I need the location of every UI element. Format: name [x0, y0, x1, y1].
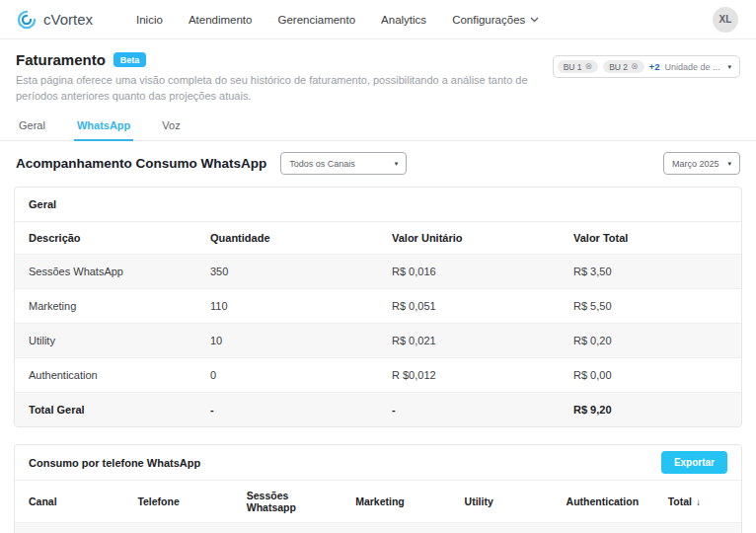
phone-table: Canal Telefone Sessões Whatsapp Marketin… [15, 481, 741, 533]
export-button[interactable]: Exportar [661, 451, 727, 474]
tab-voz[interactable]: Voz [159, 113, 183, 141]
col-header-total[interactable]: Total↓ [654, 481, 741, 523]
geral-card-title: Geral [29, 198, 56, 210]
nav-item-inicio[interactable]: Inicio [136, 14, 163, 26]
nav-item-configuracoes-label: Configurações [452, 14, 525, 26]
cell-valor-unitario: R$ 0,021 [378, 324, 560, 358]
table-header-row: Descrição Quantidade Valor Unitário Valo… [15, 222, 741, 255]
col-header-utility: Utility [451, 481, 553, 523]
cell-valor-total: R$ 3,50 [560, 255, 741, 289]
cell-quantidade: 110 [196, 289, 378, 324]
caret-down-icon: ▾ [395, 160, 399, 168]
table-header-row: Canal Telefone Sessões Whatsapp Marketin… [15, 481, 741, 523]
cell-valor-total: R$ 0,20 [560, 324, 741, 358]
table-row: WhatsApp SP 55(11)98800009 40 15 1 0 R$ … [15, 523, 741, 533]
caret-down-icon: ▾ [727, 160, 731, 168]
page-header-text: Faturamento Beta Esta página oferece uma… [16, 51, 553, 104]
user-avatar[interactable]: XL [713, 7, 738, 33]
cell-sessoes: 40 [233, 523, 341, 533]
col-header-valor-total: Valor Total [560, 222, 741, 255]
main-nav: Inicio Atendimento Gerenciamento Analyti… [136, 14, 539, 26]
chip-close-icon[interactable]: ⊗ [585, 62, 593, 71]
cell-authentication: 0 [553, 523, 654, 533]
geral-card-header: Geral [15, 188, 741, 222]
app-window: cVortex Inicio Atendimento Gerenciamento… [0, 0, 756, 533]
page-header: Faturamento Beta Esta página oferece uma… [0, 39, 756, 104]
month-select-value: Março 2025 [672, 159, 719, 169]
channel-select-value: Todos os Canais [289, 159, 355, 169]
tab-whatsapp[interactable]: WhatsApp [74, 113, 133, 141]
nav-item-atendimento[interactable]: Atendimento [189, 14, 253, 26]
phone-consumption-card: Consumo por telefone WhatsApp Exportar C… [14, 444, 742, 533]
brand-logo[interactable]: cVortex [16, 9, 93, 31]
vortex-logo-icon [16, 9, 38, 31]
bu-chip: BU 2 ⊗ [603, 60, 643, 73]
bu-chip-label: BU 1 [564, 62, 582, 72]
beta-badge: Beta [113, 52, 147, 67]
cell-valor-unitario: R $0,012 [378, 358, 560, 393]
cell-valor-total: R$ 0,00 [560, 358, 741, 393]
cell-descricao: Marketing [15, 289, 196, 324]
cell-total: R$ 0,77 [654, 523, 741, 533]
col-header-sessoes: Sessões Whatsapp [233, 481, 341, 523]
bu-more-count: +2 [649, 61, 660, 72]
cell-total-valor-total: R$ 9,20 [560, 393, 741, 427]
col-header-total-label: Total [668, 495, 692, 507]
col-header-telefone: Telefone [123, 481, 232, 523]
cell-telefone: 55(11)98800009 [123, 523, 232, 533]
col-header-canal: Canal [15, 481, 123, 523]
cell-descricao: Sessões WhatsApp [15, 255, 196, 289]
chevron-down-icon [530, 17, 539, 23]
cell-descricao: Utility [15, 324, 196, 358]
cell-quantidade: 0 [196, 358, 378, 393]
section-header: Acompanhamento Consumo WhatsApp Todos os… [0, 141, 756, 185]
phone-card-title: Consumo por telefone WhatsApp [29, 457, 200, 469]
cell-quantidade: 350 [196, 255, 378, 289]
phone-card-header: Consumo por telefone WhatsApp Exportar [15, 445, 741, 481]
cell-canal: WhatsApp SP [15, 523, 123, 533]
cell-valor-unitario: R$ 0,051 [378, 289, 560, 324]
table-row: Utility 10 R$ 0,021 R$ 0,20 [15, 324, 741, 358]
caret-down-icon: ▾ [727, 63, 731, 71]
billing-tabs: Geral WhatsApp Voz [0, 113, 756, 141]
top-navigation-bar: cVortex Inicio Atendimento Gerenciamento… [0, 0, 756, 39]
cell-valor-total: R$ 5,50 [560, 289, 741, 324]
col-header-valor-unitario: Valor Unitário [378, 222, 560, 255]
bu-placeholder: Unidade de ... [664, 62, 719, 72]
table-row: Marketing 110 R$ 0,051 R$ 5,50 [15, 289, 741, 324]
page-description: Esta página oferece uma visão completa d… [16, 73, 553, 104]
cell-total-quantidade: - [196, 393, 378, 427]
chip-close-icon[interactable]: ⊗ [631, 62, 639, 71]
section-title: Acompanhamento Consumo WhatsApp [16, 156, 266, 171]
brand-name: cVortex [43, 11, 93, 28]
nav-item-analytics[interactable]: Analytics [381, 14, 426, 26]
cell-valor-unitario: R$ 0,016 [378, 255, 560, 289]
cell-quantidade: 10 [196, 324, 378, 358]
page-title: Faturamento [16, 51, 106, 68]
cell-descricao: Authentication [15, 358, 196, 393]
cell-marketing: 15 [341, 523, 450, 533]
month-select[interactable]: Março 2025 ▾ [663, 152, 740, 175]
bu-chip: BU 1 ⊗ [558, 60, 598, 73]
nav-item-gerenciamento[interactable]: Gerenciamento [277, 14, 355, 26]
table-total-row: Total Geral - - R$ 9,20 [15, 393, 741, 427]
table-row: Authentication 0 R $0,012 R$ 0,00 [15, 358, 741, 393]
bu-chip-label: BU 2 [609, 62, 628, 72]
business-unit-multiselect[interactable]: BU 1 ⊗ BU 2 ⊗ +2 Unidade de ... ▾ [553, 55, 740, 78]
sort-desc-icon[interactable]: ↓ [696, 496, 701, 507]
col-header-authentication: Authentication [553, 481, 654, 523]
cell-total-label: Total Geral [15, 393, 196, 427]
cell-utility: 1 [451, 523, 553, 533]
col-header-quantidade: Quantidade [196, 222, 378, 255]
tab-geral[interactable]: Geral [16, 113, 48, 141]
geral-card: Geral Descrição Quantidade Valor Unitári… [14, 187, 742, 427]
col-header-descricao: Descrição [15, 222, 196, 255]
col-header-marketing: Marketing [341, 481, 450, 523]
nav-item-configuracoes[interactable]: Configurações [452, 14, 539, 26]
geral-table: Descrição Quantidade Valor Unitário Valo… [15, 222, 741, 426]
channel-select[interactable]: Todos os Canais ▾ [280, 152, 407, 175]
cell-total-valor-unitario: - [378, 393, 560, 427]
table-row: Sessões WhatsApp 350 R$ 0,016 R$ 3,50 [15, 255, 741, 289]
